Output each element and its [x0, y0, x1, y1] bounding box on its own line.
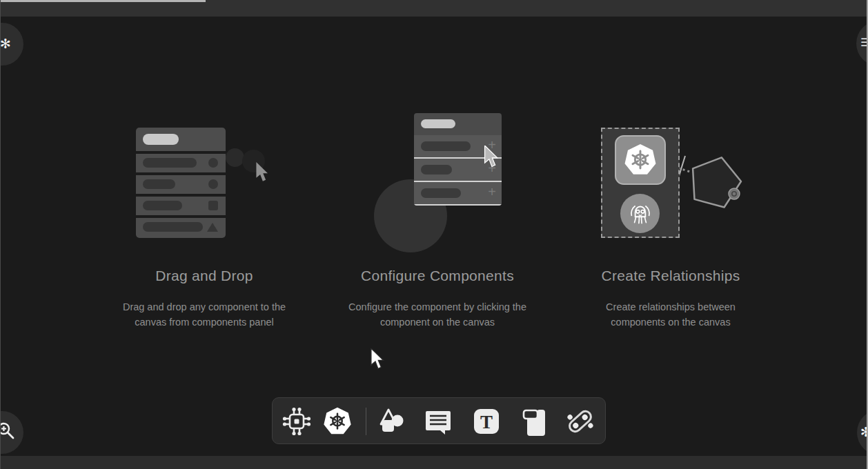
comment-icon	[423, 406, 453, 437]
toolbar-divider	[366, 408, 366, 435]
squid-icon	[626, 199, 655, 228]
drag-and-drop-illustration	[88, 107, 321, 255]
panel-title-pill	[421, 119, 455, 128]
app-window: ✻ ☰ ✻	[0, 0, 868, 469]
plus-icon: +	[488, 184, 496, 200]
circle-shape	[208, 179, 218, 189]
card-configure-components: + + + Configure Components Configure the…	[321, 107, 554, 330]
text-tool-button[interactable]: T	[471, 406, 502, 437]
card-create-relationships: Create Relationships Create relationship…	[554, 107, 787, 330]
canvas-toolbar: T	[272, 397, 606, 444]
fab-top-left[interactable]: ✻	[0, 23, 23, 66]
triangle-shape	[207, 223, 218, 232]
square-shape	[208, 201, 218, 210]
edge-gear-handle	[729, 188, 740, 199]
kubernetes-tool-button[interactable]	[322, 406, 353, 437]
flower-icon: ✻	[0, 37, 11, 50]
kubernetes-icon	[323, 407, 352, 436]
selection-dashed-box	[601, 128, 680, 238]
note-icon	[519, 406, 549, 437]
fab-bottom-left[interactable]	[0, 411, 23, 454]
zoom-in-icon	[0, 421, 15, 440]
card-title: Create Relationships	[554, 268, 787, 284]
drag-ghost-circle	[226, 148, 244, 167]
onboarding-cards: Drag and Drop Drag and drop any componen…	[88, 107, 789, 330]
comment-tool-button[interactable]	[423, 406, 453, 437]
card-title: Configure Components	[321, 268, 554, 284]
components-panel-graphic	[136, 128, 226, 238]
card-description: Drag and drop any component to the canva…	[114, 299, 295, 330]
card-drag-and-drop: Drag and Drop Drag and drop any componen…	[88, 107, 321, 330]
cursor-icon	[255, 162, 269, 183]
kubernetes-icon	[624, 143, 657, 177]
relationship-icon	[565, 406, 595, 437]
progress-line	[1, 0, 206, 2]
cursor-icon	[484, 146, 499, 168]
card-description: Configure the component by clicking the …	[335, 299, 540, 330]
create-relationships-illustration	[554, 107, 787, 255]
top-bar	[1, 0, 868, 17]
svg-text:T: T	[480, 412, 493, 432]
text-icon: T	[471, 406, 502, 437]
shapes-icon	[377, 406, 407, 437]
circle-shape	[208, 158, 218, 168]
components-tool-button[interactable]	[282, 406, 312, 437]
squid-node	[620, 194, 660, 233]
kubernetes-node	[615, 135, 666, 185]
panel-title-pill	[143, 134, 179, 145]
components-icon	[282, 406, 312, 437]
note-tool-button[interactable]	[519, 406, 549, 437]
shapes-tool-button[interactable]	[377, 406, 407, 437]
configure-components-illustration: + + +	[321, 107, 554, 255]
mouse-pointer	[370, 348, 385, 370]
card-description: Create relationships between components …	[598, 299, 743, 330]
card-title: Drag and Drop	[88, 268, 321, 284]
bottom-bar	[1, 456, 868, 469]
relationship-tool-button[interactable]	[565, 406, 595, 437]
